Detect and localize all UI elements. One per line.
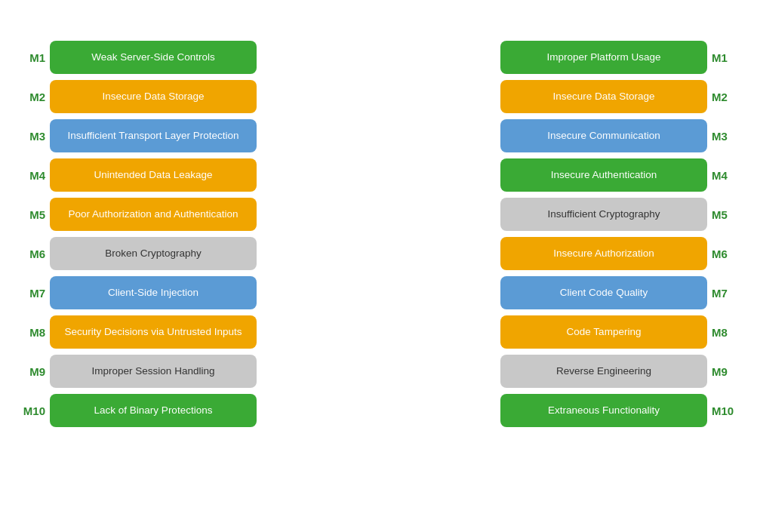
right-box-4: Insecure Authentication: [500, 158, 707, 192]
right-box-9: Reverse Engineering: [500, 355, 707, 388]
left-item-8: M8 Security Decisions via Untrusted Inpu…: [23, 315, 257, 349]
left-box-5: Poor Authorization and Authentication: [50, 198, 257, 231]
left-label-7: M7: [23, 287, 45, 300]
right-box-5: Insufficient Cryptography: [500, 198, 707, 231]
right-item-7: Client Code Quality M7: [500, 276, 734, 309]
right-label-4: M4: [712, 169, 734, 182]
right-box-10: Extraneous Functionality: [500, 394, 707, 427]
left-label-10: M10: [23, 404, 45, 417]
right-item-9: Reverse Engineering M9: [500, 355, 734, 388]
right-item-1: Improper Platform Usage M1: [500, 41, 734, 74]
right-item-10: Extraneous Functionality M10: [500, 394, 734, 427]
right-item-3: Insecure Communication M3: [500, 119, 734, 152]
right-item-2: Insecure Data Storage M2: [500, 80, 734, 113]
left-label-2: M2: [23, 91, 45, 103]
right-label-7: M7: [712, 287, 734, 300]
svg-line-5: [257, 175, 494, 214]
left-item-7: M7 Client-Side Injection: [23, 276, 257, 309]
left-label-3: M3: [23, 130, 45, 143]
right-box-7: Client Code Quality: [500, 276, 707, 309]
left-box-1: Weak Server-Side Controls: [50, 41, 257, 74]
right-column: Improper Platform Usage M1 Insecure Data…: [500, 41, 734, 463]
left-box-4: Unintended Data Leakage: [50, 158, 257, 192]
left-label-6: M6: [23, 248, 45, 260]
right-box-8: Code Tampering: [500, 315, 707, 349]
right-box-1: Improper Platform Usage: [500, 41, 707, 74]
right-item-6: Insecure Authorization M6: [500, 237, 734, 270]
left-box-8: Security Decisions via Untrusted Inputs: [50, 315, 257, 349]
left-item-1: M1 Weak Server-Side Controls: [23, 41, 257, 74]
left-item-6: M6 Broken Cryptography: [23, 237, 257, 270]
arrows-svg: [257, 41, 500, 463]
right-label-8: M8: [712, 326, 734, 339]
left-item-2: M2 Insecure Data Storage: [23, 80, 257, 113]
right-label-3: M3: [712, 130, 734, 143]
right-label-1: M1: [712, 51, 734, 64]
left-box-10: Lack of Binary Protections: [50, 394, 257, 427]
right-box-2: Insecure Data Storage: [500, 80, 707, 113]
left-label-1: M1: [23, 51, 45, 64]
left-item-10: M10 Lack of Binary Protections: [23, 394, 257, 427]
right-label-9: M9: [712, 365, 734, 378]
left-item-5: M5 Poor Authorization and Authentication: [23, 198, 257, 231]
svg-line-4: [257, 175, 494, 254]
left-label-9: M9: [23, 365, 45, 378]
right-item-4: Insecure Authentication M4: [500, 158, 734, 192]
left-box-7: Client-Side Injection: [50, 276, 257, 309]
left-label-5: M5: [23, 208, 45, 221]
left-label-8: M8: [23, 326, 45, 339]
left-column: M1 Weak Server-Side Controls M2 Insecure…: [23, 41, 257, 463]
right-label-5: M5: [712, 208, 734, 221]
left-box-3: Insufficient Transport Layer Protection: [50, 119, 257, 152]
page: M1 Weak Server-Side Controls M2 Insecure…: [0, 0, 757, 532]
left-box-9: Improper Session Handling: [50, 355, 257, 388]
right-box-3: Insecure Communication: [500, 119, 707, 152]
left-box-6: Broken Cryptography: [50, 237, 257, 270]
left-item-3: M3 Insufficient Transport Layer Protecti…: [23, 119, 257, 152]
left-item-4: M4 Unintended Data Leakage: [23, 158, 257, 192]
right-item-8: Code Tampering M8: [500, 315, 734, 349]
right-item-5: Insufficient Cryptography M5: [500, 198, 734, 231]
right-box-6: Insecure Authorization: [500, 237, 707, 270]
right-label-10: M10: [712, 404, 734, 417]
left-item-9: M9 Improper Session Handling: [23, 355, 257, 388]
left-box-2: Insecure Data Storage: [50, 80, 257, 113]
right-label-2: M2: [712, 91, 734, 103]
left-label-4: M4: [23, 169, 45, 182]
right-label-6: M6: [712, 248, 734, 260]
